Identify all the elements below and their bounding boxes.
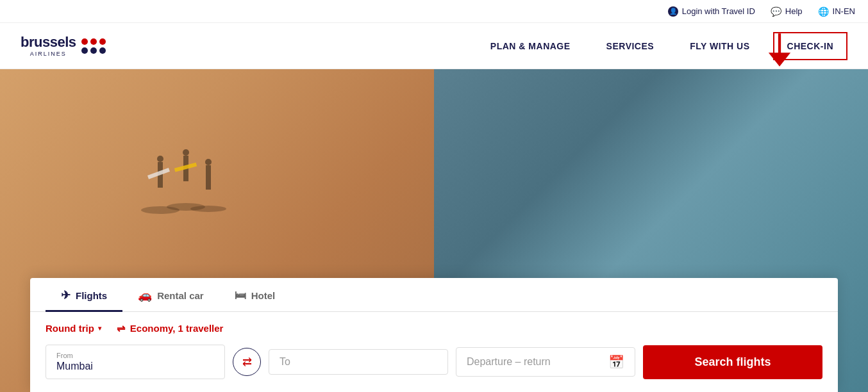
nav-plan-manage[interactable]: PLAN & MANAGE bbox=[472, 23, 588, 69]
rental-tab-label: Rental car bbox=[157, 290, 204, 301]
svg-rect-11 bbox=[206, 165, 211, 190]
dot-5 bbox=[90, 47, 97, 54]
from-value: Mumbai bbox=[56, 361, 214, 372]
swap-icon: ⇄ bbox=[242, 355, 252, 369]
from-field[interactable]: From Mumbai bbox=[46, 345, 225, 379]
hotel-tab-label: Hotel bbox=[251, 290, 276, 301]
svg-point-12 bbox=[190, 206, 226, 212]
chevron-down-icon: ▾ bbox=[98, 325, 101, 332]
help-label: Help bbox=[785, 6, 803, 16]
login-link[interactable]: 👤 Login with Travel ID bbox=[668, 6, 755, 17]
svg-point-6 bbox=[183, 149, 189, 156]
tab-hotel[interactable]: 🛏 Hotel bbox=[219, 279, 291, 312]
search-panel: ✈ Flights 🚗 Rental car 🛏 Hotel Round tri… bbox=[30, 278, 838, 392]
logo-subtitle: AIRLINES bbox=[21, 51, 76, 57]
date-placeholder: Departure – return bbox=[467, 356, 551, 368]
date-field[interactable]: Departure – return 📅 bbox=[456, 347, 635, 377]
language-link[interactable]: 🌐 IN-EN bbox=[818, 6, 855, 17]
search-flights-button[interactable]: Search flights bbox=[643, 345, 822, 379]
from-label: From bbox=[56, 352, 214, 359]
traveller-label: Economy, 1 traveller bbox=[130, 323, 224, 334]
hotel-tab-icon: 🛏 bbox=[235, 289, 246, 302]
tab-flights[interactable]: ✈ Flights bbox=[46, 278, 122, 312]
round-trip-label: Round trip bbox=[46, 323, 94, 334]
dot-1 bbox=[81, 38, 88, 45]
to-placeholder: To bbox=[280, 356, 437, 368]
top-utility-bar: 👤 Login with Travel ID 💬 Help 🌐 IN-EN bbox=[0, 0, 868, 23]
flights-tab-label: Flights bbox=[76, 290, 107, 301]
chat-icon: 💬 bbox=[771, 6, 781, 17]
to-field[interactable]: To bbox=[269, 349, 448, 375]
tab-rental-car[interactable]: 🚗 Rental car bbox=[122, 278, 219, 312]
globe-icon: 🌐 bbox=[818, 6, 829, 17]
flights-tab-icon: ✈ bbox=[61, 288, 71, 302]
form-fields: From Mumbai ⇄ To Departure – return 📅 Se… bbox=[46, 345, 822, 379]
surfers-silhouette bbox=[128, 108, 231, 223]
nav-checkin[interactable]: CHECK-IN bbox=[773, 32, 847, 60]
svg-point-2 bbox=[157, 156, 163, 162]
traveller-selector[interactable]: ⇌ Economy, 1 traveller bbox=[117, 322, 224, 334]
round-trip-selector[interactable]: Round trip ▾ bbox=[46, 323, 101, 334]
dot-4 bbox=[81, 47, 88, 54]
help-link[interactable]: 💬 Help bbox=[771, 6, 803, 17]
nav-fly-with-us[interactable]: FLY WITH US bbox=[672, 23, 767, 69]
swap-button[interactable]: ⇄ bbox=[233, 348, 261, 376]
logo-text: brussels bbox=[21, 35, 76, 49]
car-tab-icon: 🚗 bbox=[138, 288, 152, 302]
filter-icon: ⇌ bbox=[117, 322, 125, 334]
user-icon: 👤 bbox=[668, 6, 678, 17]
login-label: Login with Travel ID bbox=[682, 6, 755, 16]
calendar-icon: 📅 bbox=[608, 354, 624, 370]
search-tabs: ✈ Flights 🚗 Rental car 🛏 Hotel bbox=[30, 278, 838, 312]
nav-links: PLAN & MANAGE SERVICES FLY WITH US CHECK… bbox=[472, 23, 847, 69]
svg-point-10 bbox=[205, 159, 212, 165]
dot-6 bbox=[99, 47, 106, 54]
logo-dots bbox=[81, 38, 106, 54]
nav-services[interactable]: SERVICES bbox=[588, 23, 672, 69]
main-nav: brussels AIRLINES PLAN & MANAGE SERVICES… bbox=[0, 23, 868, 69]
language-label: IN-EN bbox=[833, 6, 855, 16]
logo[interactable]: brussels AIRLINES bbox=[21, 35, 106, 57]
dot-3 bbox=[99, 38, 106, 45]
search-form: Round trip ▾ ⇌ Economy, 1 traveller From… bbox=[30, 312, 838, 392]
form-options: Round trip ▾ ⇌ Economy, 1 traveller bbox=[46, 322, 822, 334]
dot-2 bbox=[90, 38, 97, 45]
